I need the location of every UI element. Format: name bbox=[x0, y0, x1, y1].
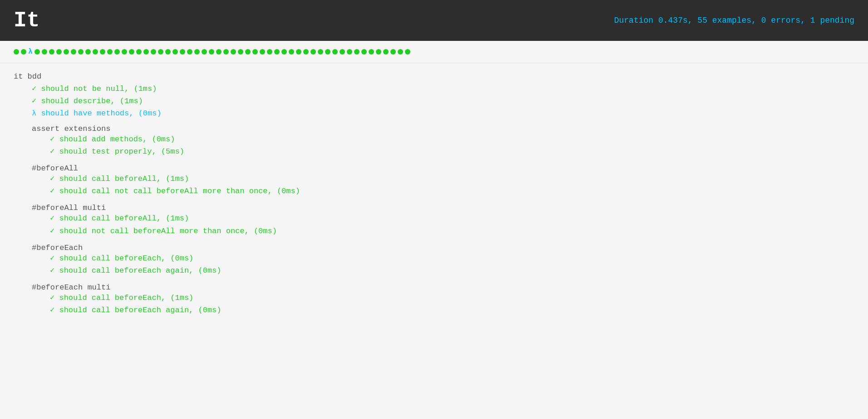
header-stats: Duration 0.437s, 55 examples, 0 errors, … bbox=[614, 16, 854, 25]
dot-green bbox=[122, 49, 127, 55]
sub-suite-label: #beforeEach multi bbox=[32, 283, 854, 292]
dot-green bbox=[238, 49, 243, 55]
dot-green bbox=[64, 49, 69, 55]
dot-green bbox=[274, 49, 280, 55]
dot-green bbox=[78, 49, 84, 55]
dot-green bbox=[347, 49, 352, 55]
dot-green bbox=[325, 49, 330, 55]
top-test-item: ✓ should not be null, (1ms) bbox=[32, 83, 854, 95]
dot-green bbox=[42, 49, 47, 55]
main-content: it bdd ✓ should not be null, (1ms)✓ shou… bbox=[0, 63, 868, 419]
dot-green bbox=[318, 49, 323, 55]
suite-group: #beforeEach multi✓ should call beforeEac… bbox=[14, 283, 854, 316]
top-suite-label: it bdd bbox=[14, 72, 854, 81]
dot-green bbox=[303, 49, 309, 55]
dot-lambda: λ bbox=[28, 49, 33, 55]
dot-green bbox=[56, 49, 62, 55]
sub-test-item: ✓ should call beforeEach, (0ms) bbox=[50, 252, 854, 264]
sub-test-item: ✓ should not call beforeAll more than on… bbox=[50, 225, 854, 237]
sub-test-item: ✓ should call beforeAll, (1ms) bbox=[50, 173, 854, 185]
header-title: It bbox=[14, 8, 40, 33]
dot-green bbox=[194, 49, 200, 55]
sub-test-item: ✓ should call beforeEach again, (0ms) bbox=[50, 264, 854, 277]
dot-green bbox=[267, 49, 272, 55]
dot-green bbox=[187, 49, 192, 55]
header: It Duration 0.437s, 55 examples, 0 error… bbox=[0, 0, 868, 41]
sub-suite-label: assert extensions bbox=[32, 125, 854, 133]
suite-group: #beforeAll multi✓ should call beforeAll,… bbox=[14, 204, 854, 237]
sub-test-item: ✓ should call not call beforeAll more th… bbox=[50, 185, 854, 197]
dot-green bbox=[281, 49, 287, 55]
suite-group: #beforeAll✓ should call beforeAll, (1ms)… bbox=[14, 164, 854, 197]
dots-bar: λ bbox=[0, 41, 868, 63]
dot-green bbox=[311, 49, 316, 55]
sub-suite-label: #beforeAll multi bbox=[32, 204, 854, 212]
top-test-item: ✓ should describe, (1ms) bbox=[32, 95, 854, 107]
dot-green bbox=[136, 49, 142, 55]
dots-container: λ bbox=[14, 49, 854, 55]
sub-suite-label: #beforeAll bbox=[32, 164, 854, 173]
suite-group: #beforeEach✓ should call beforeEach, (0m… bbox=[14, 244, 854, 277]
dot-green bbox=[252, 49, 258, 55]
dot-green bbox=[151, 49, 156, 55]
dot-green bbox=[296, 49, 301, 55]
dot-green bbox=[71, 49, 76, 55]
dot-green bbox=[289, 49, 294, 55]
dot-green bbox=[361, 49, 367, 55]
dot-green bbox=[107, 49, 113, 55]
dot-green bbox=[223, 49, 229, 55]
dot-green bbox=[340, 49, 345, 55]
dot-green bbox=[14, 49, 19, 55]
dot-green bbox=[143, 49, 149, 55]
top-tests: ✓ should not be null, (1ms)✓ should desc… bbox=[14, 83, 854, 120]
top-test-item: λ should have methods, (0ms) bbox=[32, 107, 854, 120]
dot-green bbox=[173, 49, 178, 55]
dot-green bbox=[202, 49, 207, 55]
dot-green bbox=[165, 49, 171, 55]
sub-test-item: ✓ should add methods, (0ms) bbox=[50, 133, 854, 145]
dot-green bbox=[209, 49, 214, 55]
dot-green bbox=[93, 49, 98, 55]
dot-green bbox=[354, 49, 360, 55]
dot-green bbox=[216, 49, 222, 55]
dot-green bbox=[21, 49, 26, 55]
dot-green bbox=[114, 49, 120, 55]
dot-green bbox=[369, 49, 374, 55]
dot-green bbox=[332, 49, 338, 55]
dot-green bbox=[390, 49, 396, 55]
top-suite: it bdd ✓ should not be null, (1ms)✓ shou… bbox=[14, 72, 854, 120]
dot-green bbox=[49, 49, 54, 55]
dot-green bbox=[260, 49, 265, 55]
sub-test-item: ✓ should call beforeEach, (1ms) bbox=[50, 292, 854, 304]
dot-green bbox=[383, 49, 389, 55]
dot-green bbox=[405, 49, 410, 55]
groups-container: assert extensions✓ should add methods, (… bbox=[14, 125, 854, 317]
dot-green bbox=[180, 49, 185, 55]
dot-green bbox=[245, 49, 251, 55]
dot-green bbox=[129, 49, 134, 55]
dot-green bbox=[231, 49, 236, 55]
dot-green bbox=[376, 49, 381, 55]
dot-green bbox=[100, 49, 105, 55]
sub-test-item: ✓ should call beforeAll, (1ms) bbox=[50, 212, 854, 224]
dot-green bbox=[398, 49, 403, 55]
dot-green bbox=[35, 49, 40, 55]
sub-test-item: ✓ should call beforeEach again, (0ms) bbox=[50, 304, 854, 316]
sub-suite-label: #beforeEach bbox=[32, 244, 854, 252]
dot-green bbox=[158, 49, 163, 55]
sub-test-item: ✓ should test properly, (5ms) bbox=[50, 145, 854, 158]
suite-group: assert extensions✓ should add methods, (… bbox=[14, 125, 854, 158]
dot-green bbox=[85, 49, 91, 55]
